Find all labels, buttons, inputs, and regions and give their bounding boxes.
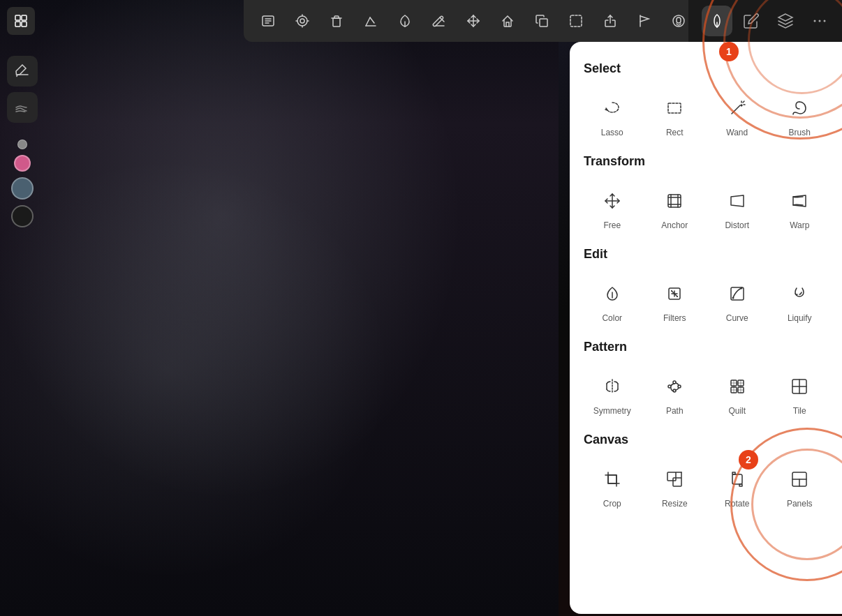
svg-point-25 [814, 20, 816, 22]
svg-rect-61 [673, 478, 681, 486]
quilt-label: Quilt [728, 406, 746, 416]
anchor-icon [659, 186, 690, 216]
wand-label: Wand [726, 128, 748, 137]
layers-btn[interactable] [770, 6, 801, 36]
eraser-btn[interactable] [425, 7, 453, 35]
filters-icon [659, 278, 690, 309]
curve-label: Curve [726, 313, 748, 323]
liquify-label: Liquify [788, 313, 812, 323]
ink-btn[interactable] [391, 7, 419, 35]
smudge-tool-btn[interactable] [7, 92, 38, 123]
svg-rect-28 [668, 103, 681, 113]
more-btn[interactable] [804, 6, 835, 36]
move-btn[interactable] [459, 7, 487, 35]
select-title: Select [584, 61, 828, 76]
main-panel: Select Lasso Rect [570, 42, 842, 614]
section-pattern: Pattern Symmetry [584, 340, 828, 421]
anchor-tool-item[interactable]: Anchor [647, 180, 704, 236]
svg-rect-60 [667, 472, 676, 481]
crop-label: Crop [603, 499, 621, 509]
left-sidebar [7, 56, 38, 227]
crop-icon [597, 464, 628, 495]
lasso-tool-item[interactable]: Lasso [584, 87, 641, 143]
svg-line-32 [743, 101, 744, 103]
svg-point-9 [300, 19, 304, 23]
distort-icon [722, 186, 753, 216]
flag-btn[interactable] [630, 7, 658, 35]
symmetry-tool-item[interactable]: Symmetry [584, 366, 641, 421]
tile-tool-item[interactable]: Tile [771, 366, 829, 421]
tile-label: Tile [793, 406, 806, 416]
section-transform: Transform Free [584, 154, 828, 236]
resize-tool-item[interactable]: Resize [647, 458, 704, 514]
rect-label: Rect [666, 128, 684, 137]
fill-btn[interactable] [494, 7, 522, 35]
svg-rect-14 [333, 18, 340, 27]
svg-point-8 [297, 16, 307, 26]
rotate-label: Rotate [725, 499, 749, 509]
brush-tool-btn[interactable] [7, 56, 38, 87]
delete-btn[interactable] [323, 7, 350, 35]
svg-rect-20 [540, 19, 547, 27]
svg-rect-3 [22, 22, 27, 27]
anchor-label: Anchor [661, 220, 688, 230]
copy-btn[interactable] [528, 7, 556, 35]
warp-tool-item[interactable]: Warp [771, 180, 829, 236]
wand-icon [722, 93, 753, 123]
rotate-tool-item[interactable]: Rotate [709, 458, 766, 514]
transform-btn[interactable] [357, 7, 385, 35]
color-dot-pink[interactable] [14, 155, 31, 172]
color-edit-icon [597, 278, 628, 309]
crop-tool-item[interactable]: Crop [584, 458, 641, 514]
corner-button[interactable] [7, 7, 35, 35]
distort-tool-item[interactable]: Distort [709, 180, 766, 236]
rect-tool-item[interactable]: Rect [647, 87, 704, 143]
symmetry-icon [597, 371, 628, 402]
pattern-grid: Symmetry Path [584, 366, 828, 421]
svg-point-45 [732, 297, 734, 299]
brush-select-tool-item[interactable]: Brush [771, 87, 829, 143]
select-grid: Lasso Rect [584, 87, 828, 143]
curve-tool-item[interactable]: Curve [709, 273, 766, 329]
warp-label: Warp [790, 220, 809, 230]
quilt-icon [722, 371, 753, 402]
color-edit-tool-item[interactable]: Color [584, 273, 641, 329]
svg-rect-64 [732, 474, 742, 484]
warp-icon [784, 186, 815, 216]
brush-select-icon [784, 93, 815, 123]
edit-tool-btn[interactable] [736, 6, 767, 36]
wand-tool-item[interactable]: Wand [709, 87, 766, 143]
filters-label: Filters [663, 313, 686, 323]
artwork [0, 0, 559, 616]
color-edit-label: Color [602, 313, 622, 323]
svg-rect-21 [570, 15, 582, 27]
share-btn[interactable] [596, 7, 624, 35]
color-dot-dark[interactable] [11, 205, 34, 227]
path-icon [659, 371, 690, 402]
liquify-tool-item[interactable]: Liquify [771, 273, 829, 329]
filters-tool-item[interactable]: Filters [647, 273, 704, 329]
top-toolbar [244, 0, 702, 42]
symmetry-label: Symmetry [593, 406, 631, 416]
svg-point-46 [740, 287, 742, 290]
distort-label: Distort [725, 220, 749, 230]
transform-grid: Free Anchor [584, 180, 828, 236]
color-dot-blue[interactable] [11, 177, 34, 200]
quilt-tool-item[interactable]: Quilt [709, 366, 766, 421]
transform-title: Transform [584, 154, 828, 169]
select-btn[interactable] [562, 7, 590, 35]
tile-icon [784, 371, 815, 402]
svg-rect-35 [668, 195, 681, 207]
path-tool-item[interactable]: Path [647, 366, 704, 421]
panels-tool-item[interactable]: Panels [771, 458, 829, 514]
menu-btn[interactable] [254, 7, 282, 35]
svg-line-29 [732, 105, 740, 114]
curve-icon [722, 278, 753, 309]
svg-point-43 [677, 296, 678, 297]
gallery-btn[interactable] [288, 7, 316, 35]
section-canvas: Canvas Crop [584, 433, 828, 514]
color-dot-sm[interactable] [17, 140, 27, 149]
free-tool-item[interactable]: Free [584, 180, 641, 236]
svg-rect-1 [22, 15, 27, 20]
pen-tool-btn[interactable] [702, 6, 732, 36]
